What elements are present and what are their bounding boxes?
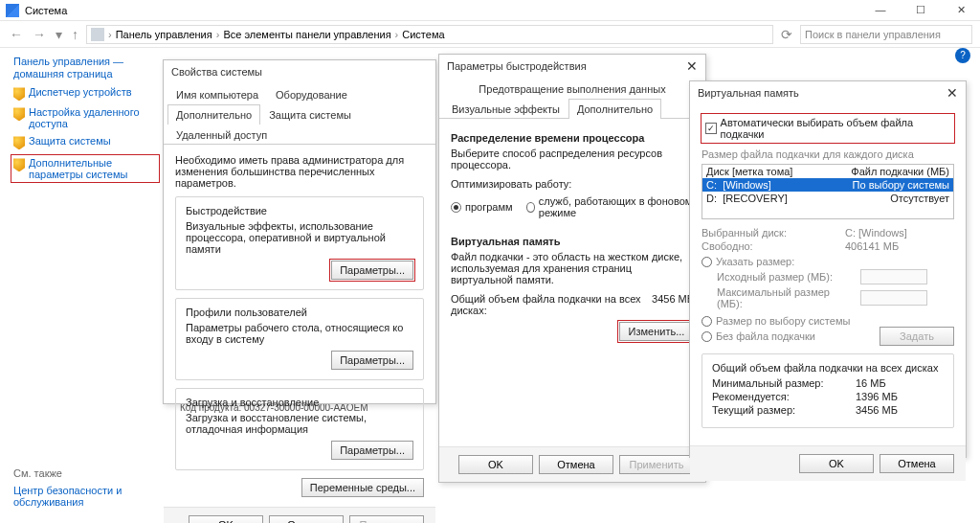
profiles-settings-button[interactable]: Параметры...: [331, 351, 413, 370]
crumb-2[interactable]: Система: [402, 29, 444, 40]
radio-system-managed: Размер по выбору системы: [702, 315, 954, 327]
virtual-memory-dialog: Виртуальная память ✕ ✓ Автоматически выб…: [689, 80, 967, 458]
group-profiles: Профили пользователей Параметры рабочего…: [175, 298, 424, 380]
dialog-title: Виртуальная память ✕: [690, 81, 966, 104]
set-button: Задать: [880, 327, 954, 346]
close-icon[interactable]: ✕: [947, 85, 958, 101]
pc-icon: [91, 28, 104, 41]
max-size-input: [860, 290, 927, 306]
cpu-text: Выберите способ распределения ресурсов п…: [451, 148, 694, 171]
checkbox-icon[interactable]: ✓: [705, 123, 717, 134]
tab-advanced[interactable]: Дополнительно: [167, 104, 260, 125]
nav-dropdown-icon[interactable]: ▾: [54, 27, 64, 42]
refresh-icon[interactable]: ⟳: [779, 27, 794, 42]
nav-up-icon[interactable]: ↑: [70, 27, 80, 42]
side-item-device-mgr[interactable]: Диспетчер устройств: [13, 86, 157, 101]
vm-total-row: Общий объем файла подкачки на всех диска…: [451, 293, 694, 316]
group-startup: Загрузка и восстановление Загрузка и вос…: [175, 388, 424, 470]
address-bar: ← → ▾ ↑ › Панель управления › Все элемен…: [0, 21, 980, 48]
env-vars-button[interactable]: Переменные среды...: [301, 478, 424, 497]
nav-back-icon[interactable]: ←: [8, 27, 25, 42]
radio-no-paging: Без файла подкачки: [702, 330, 880, 342]
intro-text: Необходимо иметь права администратора дл…: [175, 154, 424, 189]
ok-button[interactable]: OK: [458, 455, 533, 474]
ok-button[interactable]: OK: [189, 515, 263, 523]
shield-icon: [13, 107, 25, 121]
cpu-heading: Распределение времени процессора: [451, 132, 694, 144]
vm-change-button[interactable]: Изменить...: [619, 322, 694, 341]
search-input[interactable]: Поиск в панели управления: [800, 25, 972, 44]
close-icon[interactable]: ✕: [686, 58, 698, 74]
crumb-1[interactable]: Все элементы панели управления: [223, 29, 390, 40]
radio-programs[interactable]: программ: [451, 195, 513, 218]
side-item-remote[interactable]: Настройка удаленного доступа: [13, 106, 157, 129]
breadcrumb[interactable]: › Панель управления › Все элементы панел…: [86, 25, 773, 44]
crumb-0[interactable]: Панель управления: [116, 29, 212, 40]
tab-dep[interactable]: Предотвращение выполнения данных: [443, 79, 702, 99]
cancel-button[interactable]: Отмена: [269, 515, 344, 523]
tab-remote[interactable]: Удаленный доступ: [167, 125, 276, 145]
maximize-button[interactable]: ☐: [907, 4, 934, 16]
side-panel: Панель управления — домашняя страница Ди…: [13, 56, 157, 186]
ok-button[interactable]: OK: [799, 454, 874, 473]
vm-heading: Виртуальная память: [451, 236, 694, 247]
tab-hw[interactable]: Оборудование: [267, 84, 356, 104]
help-icon[interactable]: ?: [955, 48, 970, 63]
tab-visual[interactable]: Визуальные эффекты: [443, 99, 568, 119]
side-header[interactable]: Панель управления — домашняя страница: [13, 56, 157, 80]
system-properties-dialog: Свойства системы Имя компьютера Оборудов…: [163, 59, 436, 404]
apply-button[interactable]: Применить: [619, 455, 694, 474]
vm-total-value: 3456 МБ: [652, 293, 694, 316]
initial-size-input: [860, 269, 927, 284]
side-item-protection[interactable]: Защита системы: [13, 135, 157, 149]
tab-advanced[interactable]: Дополнительно: [568, 99, 661, 119]
perf-settings-button[interactable]: Параметры...: [331, 261, 413, 280]
search-placeholder: Поиск в панели управления: [805, 29, 941, 40]
radio-custom-size: Указать размер:: [702, 256, 954, 267]
cancel-button[interactable]: Отмена: [539, 455, 613, 474]
vm-text: Файл подкачки - это область на жестком д…: [451, 251, 694, 285]
tabrow: Имя компьютера Оборудование Дополнительн…: [164, 83, 435, 145]
disk-row-c[interactable]: C: [Windows]По выбору системы: [702, 178, 953, 192]
see-also-label: См. также: [13, 467, 147, 479]
see-also-link[interactable]: Центр безопасности и обслуживания: [13, 485, 147, 508]
minimize-button[interactable]: —: [867, 4, 894, 16]
shield-icon: [13, 136, 25, 149]
summary-group: Общий объем файла подкачки на всех диска…: [702, 353, 954, 428]
cancel-button[interactable]: Отмена: [880, 454, 954, 473]
disk-row-d[interactable]: D: [RECOVERY]Отсутствует: [702, 192, 953, 205]
group-performance: Быстродействие Визуальные эффекты, испол…: [175, 196, 424, 290]
dialog-title: Параметры быстродействия ✕: [439, 55, 705, 78]
perdisk-label: Размер файла подкачки для каждого диска: [702, 148, 954, 160]
dialog-title: Свойства системы: [164, 60, 435, 83]
cpu-optlabel: Оптимизировать работу:: [451, 178, 694, 190]
see-also: См. также Центр безопасности и обслужива…: [13, 467, 147, 508]
nav-fwd-icon[interactable]: →: [31, 27, 48, 42]
app-icon: [6, 4, 19, 17]
shield-icon: [13, 158, 25, 171]
main-titlebar: Система — ☐ ✕: [0, 0, 980, 21]
shield-icon: [13, 87, 25, 101]
auto-checkbox-row[interactable]: ✓ Автоматически выбирать объем файла под…: [702, 114, 954, 143]
window-title: Система: [25, 5, 67, 16]
tab-protect[interactable]: Защита системы: [260, 104, 360, 125]
side-item-advanced[interactable]: Дополнительные параметры системы: [11, 155, 159, 182]
disk-list[interactable]: Диск [метка тома]Файл подкачки (МБ) C: […: [702, 164, 954, 219]
tab-name[interactable]: Имя компьютера: [167, 84, 267, 104]
startup-settings-button[interactable]: Параметры...: [331, 441, 413, 460]
close-button[interactable]: ✕: [947, 4, 974, 16]
performance-options-dialog: Параметры быстродействия ✕ Предотвращени…: [438, 54, 706, 483]
apply-button[interactable]: Применить: [349, 515, 424, 523]
radio-services[interactable]: служб, работающих в фоновом режиме: [526, 195, 694, 218]
